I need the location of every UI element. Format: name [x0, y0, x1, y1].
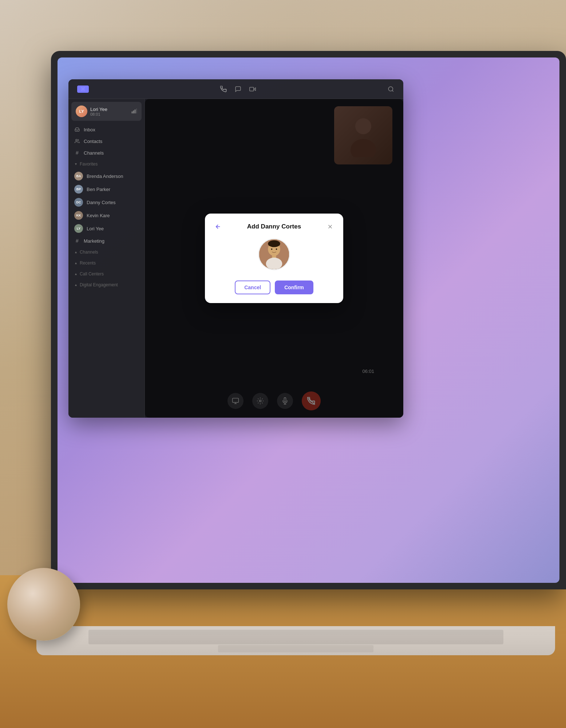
recents-section-header[interactable]: ▲ Recents [68, 258, 145, 268]
channels-chevron-icon: ▲ [74, 250, 78, 254]
lori-avatar: LY [74, 224, 83, 233]
kevin-name: Kevin Kare [87, 213, 110, 218]
marketing-icon: # [74, 238, 80, 244]
call-centers-section-header[interactable]: ▲ Call Centers [68, 268, 145, 279]
avatar-face [259, 239, 289, 269]
svg-line-3 [392, 90, 393, 91]
sidebar-item-contacts[interactable]: Contacts [68, 135, 145, 147]
user-profile[interactable]: LY Lori Yee 08:01 [71, 102, 142, 121]
brenda-avatar: BA [74, 172, 83, 180]
recents-label: Recents [80, 260, 96, 266]
lori-name: Lori Yee [87, 226, 104, 231]
app-ui: ⌘ [68, 79, 403, 418]
top-nav: ⌘ [68, 79, 403, 99]
laptop-wrapper: ⌘ [51, 51, 566, 626]
keyboard-area [88, 630, 503, 644]
contact-lori-yee[interactable]: LY Lori Yee [68, 222, 145, 235]
modal-actions: Cancel Confirm [214, 281, 335, 294]
main-content: LY Lori Yee 08:01 [68, 99, 403, 418]
call-centers-chevron-icon: ▲ [74, 272, 78, 276]
channels-label: Channels [84, 150, 104, 156]
video-nav-icon[interactable] [249, 85, 256, 93]
marketing-label: Marketing [84, 238, 104, 244]
favorites-label: Favorites [80, 162, 98, 167]
danny-name: Danny Cortes [87, 200, 115, 205]
user-avatar: LY [76, 106, 87, 117]
trackpad [218, 645, 374, 652]
contacts-label: Contacts [84, 139, 102, 144]
svg-rect-6 [135, 110, 136, 114]
channels-section-label: Channels [80, 250, 98, 255]
kevin-avatar: KK [74, 211, 83, 220]
modal-avatar-section [214, 238, 335, 270]
user-status: 08:01 [90, 112, 131, 116]
modal-header: Add Danny Cortes [214, 222, 335, 231]
svg-rect-5 [133, 110, 134, 113]
channels-icon: # [74, 150, 80, 156]
svg-rect-1 [250, 87, 254, 91]
user-name: Lori Yee [90, 107, 131, 112]
channels-section-header[interactable]: ▲ Channels [68, 247, 145, 258]
contact-brenda-anderson[interactable]: BA Brenda Anderson [68, 170, 145, 183]
favorites-chevron-icon: ▼ [74, 162, 78, 166]
laptop-base [36, 626, 555, 655]
sidebar-item-channels[interactable]: # Channels [68, 147, 145, 159]
svg-marker-0 [254, 88, 256, 91]
ben-name: Ben Parker [87, 187, 110, 192]
logo-icon: ⌘ [80, 86, 86, 92]
svg-point-24 [271, 248, 273, 250]
laptop-screen-inner: ⌘ [58, 57, 559, 583]
confirm-button[interactable]: Confirm [275, 281, 313, 294]
sidebar-item-inbox[interactable]: Inbox [68, 124, 145, 135]
user-info: Lori Yee 08:01 [90, 107, 131, 116]
contact-ben-parker[interactable]: BP Ben Parker [68, 183, 145, 196]
app-logo[interactable]: ⌘ [77, 85, 89, 93]
laptop-screen-outer: ⌘ [51, 51, 566, 589]
nav-icons [220, 85, 256, 93]
sphere-decoration [7, 568, 80, 641]
svg-point-25 [276, 248, 277, 250]
contact-danny-cortes[interactable]: DC Danny Cortes [68, 196, 145, 209]
signal-icon [131, 108, 137, 115]
inbox-icon [74, 127, 80, 132]
recents-chevron-icon: ▲ [74, 261, 78, 265]
ben-avatar: BP [74, 185, 83, 194]
svg-point-2 [388, 87, 393, 91]
sidebar: LY Lori Yee 08:01 [68, 99, 145, 418]
search-nav-icon[interactable] [387, 85, 395, 93]
digital-engagement-section-header[interactable]: ▲ Digital Engagement [68, 279, 145, 290]
sidebar-item-marketing[interactable]: # Marketing [68, 235, 145, 247]
danny-avatar: DC [74, 198, 83, 207]
favorites-section-header[interactable]: ▼ Favorites [68, 159, 145, 170]
inbox-label: Inbox [84, 127, 95, 132]
contact-kevin-kare[interactable]: KK Kevin Kare [68, 209, 145, 222]
digital-engagement-chevron-icon: ▲ [74, 283, 78, 287]
phone-nav-icon[interactable] [220, 85, 227, 93]
digital-engagement-label: Digital Engagement [80, 282, 118, 287]
brenda-name: Brenda Anderson [87, 174, 123, 179]
call-centers-label: Call Centers [80, 271, 104, 277]
modal-person-avatar [258, 238, 290, 270]
cancel-button[interactable]: Cancel [235, 281, 270, 294]
svg-point-8 [76, 139, 78, 141]
svg-rect-7 [136, 108, 137, 113]
modal-overlay: Add Danny Cortes [145, 99, 403, 418]
chat-nav-icon[interactable] [234, 85, 242, 93]
contacts-icon [74, 138, 80, 144]
modal-back-button[interactable] [214, 222, 222, 231]
svg-rect-4 [132, 111, 133, 113]
svg-point-21 [268, 240, 280, 247]
modal-close-button[interactable] [326, 222, 335, 231]
modal-dialog: Add Danny Cortes [205, 214, 343, 303]
call-panel: 06:01 [145, 99, 403, 418]
modal-title: Add Danny Cortes [222, 223, 326, 230]
